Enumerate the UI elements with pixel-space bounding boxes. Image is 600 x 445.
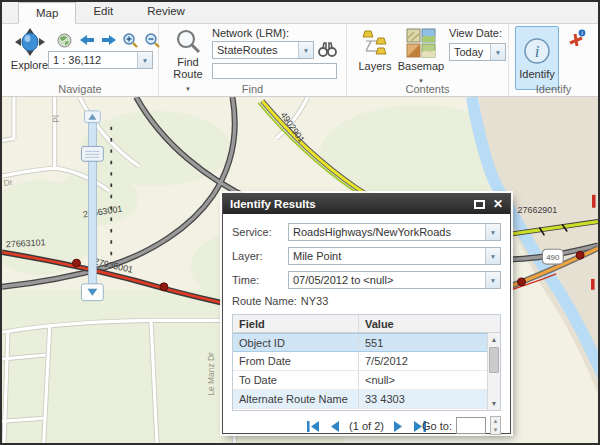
network-lrm-combo[interactable]: StateRoutes — [212, 41, 314, 59]
column-header-field[interactable]: Field — [233, 315, 359, 332]
map-scale-value: 1 : 36,112 — [49, 52, 137, 68]
table-header-row: Field Value — [233, 315, 500, 333]
scroll-up-icon[interactable] — [488, 333, 500, 346]
field-cell: Alternate Route Name — [233, 390, 359, 408]
layer-combo[interactable]: Mile Point — [288, 247, 501, 265]
svg-text:490: 490 — [546, 253, 560, 262]
explore-icon — [14, 27, 46, 59]
layers-button[interactable]: Layers — [354, 26, 396, 86]
ribbon-tab-bar: Map Edit Review — [2, 2, 598, 24]
svg-text:i: i — [535, 42, 540, 61]
chevron-down-icon[interactable] — [490, 44, 505, 60]
view-date-combo[interactable]: Today — [449, 43, 506, 61]
map-label-route-id: 27662901 — [518, 205, 558, 215]
street-label: Dr — [3, 177, 13, 188]
scrollbar-thumb[interactable] — [489, 347, 499, 373]
close-icon[interactable] — [493, 197, 503, 211]
explore-label: Explore — [11, 59, 48, 71]
find-route-label-1: Find — [177, 56, 198, 68]
attributes-table: Field Value Object ID 551 From Date 7/5/… — [232, 314, 501, 411]
find-route-label-2: Route — [173, 68, 202, 80]
table-row[interactable]: Object ID 551 — [233, 333, 500, 352]
zoom-in-icon[interactable] — [121, 31, 140, 49]
page-indicator: (1 of 2) — [349, 420, 384, 432]
chevron-down-icon[interactable] — [298, 42, 313, 58]
group-label-identify: Identify — [509, 83, 598, 95]
dialog-body: Service: RoadsHighways/NewYorkRoads Laye… — [223, 214, 510, 443]
column-header-value[interactable]: Value — [359, 315, 487, 332]
identify-button[interactable]: i Identify — [515, 26, 559, 90]
identify-label: Identify — [519, 68, 554, 80]
tab-map[interactable]: Map — [18, 2, 76, 24]
edge-route-marker — [591, 279, 594, 290]
field-cell: To Date — [233, 371, 359, 389]
group-label-contents: Contents — [347, 83, 508, 95]
dialog-title-bar[interactable]: Identify Results — [223, 194, 510, 214]
time-label: Time: — [232, 274, 288, 286]
chevron-down-icon[interactable] — [485, 272, 500, 288]
table-row[interactable]: To Date <null> — [233, 371, 500, 390]
group-find: Find Route Network (LRM): StateRoutes Fi… — [159, 24, 347, 96]
table-row[interactable]: From Date 7/5/2012 — [233, 352, 500, 371]
route-marker[interactable] — [576, 251, 584, 259]
view-date-value: Today — [450, 44, 490, 60]
street-label: Pl — [51, 115, 61, 123]
route-input[interactable] — [212, 63, 337, 79]
ribbon: Map Edit Review Explore — [2, 2, 598, 97]
layer-label: Layer: — [232, 250, 288, 262]
service-combo[interactable]: RoadsHighways/NewYorkRoads — [288, 223, 501, 241]
map-scale-combo[interactable]: 1 : 36,112 — [48, 51, 153, 69]
full-extent-globe-icon[interactable] — [55, 31, 74, 49]
goto-spinner[interactable] — [490, 416, 501, 435]
scrollbar-track[interactable] — [488, 374, 500, 397]
spinner-down-icon[interactable] — [491, 426, 500, 435]
identify-route-location-icon[interactable]: i — [567, 29, 587, 53]
spinner-up-icon[interactable] — [491, 417, 500, 426]
value-cell: 551 — [359, 334, 487, 351]
back-extent-arrow-icon[interactable] — [77, 31, 96, 49]
table-row[interactable]: Alternate Route Name 33 4303 — [233, 390, 500, 409]
edge-route-marker — [592, 195, 595, 208]
service-label: Service: — [232, 226, 288, 238]
app-window: Map Edit Review Explore — [0, 0, 600, 445]
previous-page-button[interactable] — [329, 420, 340, 433]
route-shield-490: 490 — [542, 249, 563, 264]
view-date-label: View Date: — [449, 27, 502, 39]
time-combo[interactable]: 07/05/2012 to <null> — [288, 271, 501, 289]
field-cell: From Date — [233, 352, 359, 370]
next-page-button[interactable] — [393, 420, 404, 433]
route-name-label: Route Name: — [232, 295, 297, 307]
tab-edit[interactable]: Edit — [76, 1, 130, 23]
basemap-label: Basemap — [398, 60, 444, 72]
map-label-route-id: 27663101 — [6, 237, 46, 249]
time-value: 07/05/2012 to <null> — [289, 272, 485, 288]
navigate-icons — [55, 31, 162, 49]
first-page-button[interactable] — [306, 420, 320, 433]
route-marker[interactable] — [73, 259, 81, 267]
goto-page-input[interactable] — [456, 417, 486, 434]
group-navigate: Explore — [2, 24, 159, 96]
street-label: Le Manz Dr — [206, 352, 216, 396]
group-identify: i Identify i Identify — [509, 24, 598, 96]
route-marker[interactable] — [160, 283, 168, 291]
service-value: RoadsHighways/NewYorkRoads — [289, 224, 485, 240]
scroll-down-icon[interactable] — [488, 397, 500, 410]
forward-extent-arrow-icon[interactable] — [99, 31, 118, 49]
maximize-icon[interactable] — [474, 200, 485, 209]
identify-results-dialog: Identify Results Service: RoadsHighways/… — [222, 193, 511, 434]
chevron-down-icon[interactable] — [485, 248, 500, 264]
explore-button[interactable]: Explore — [7, 27, 52, 83]
binoculars-icon[interactable] — [318, 41, 337, 62]
chevron-down-icon[interactable] — [137, 52, 152, 68]
basemap-icon — [406, 28, 436, 60]
find-route-button[interactable]: Find Route — [168, 26, 208, 88]
group-contents: Layers Basemap View Date: — [347, 24, 509, 96]
ribbon-body: Explore — [2, 24, 598, 96]
table-scrollbar[interactable] — [487, 333, 500, 410]
chevron-down-icon[interactable] — [485, 224, 500, 240]
tab-review[interactable]: Review — [130, 1, 202, 23]
route-marker[interactable] — [518, 278, 526, 286]
value-cell: 33 4303 — [359, 390, 487, 408]
value-cell: 7/5/2012 — [359, 352, 487, 370]
layers-icon — [360, 28, 390, 60]
